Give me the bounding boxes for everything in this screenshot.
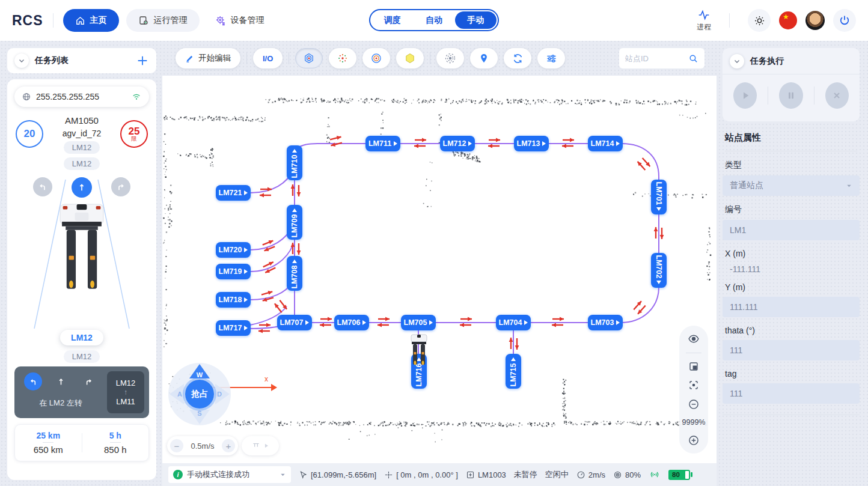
seize-control-button[interactable]: 抢占	[183, 377, 216, 411]
map-station-LM706[interactable]: LM706	[334, 315, 369, 330]
turn-left-button[interactable]	[33, 177, 52, 196]
layer-stations-button[interactable]	[295, 48, 323, 68]
pencil-icon	[185, 54, 194, 63]
map-station-LM703[interactable]: LM703	[588, 315, 623, 330]
layer-pointcloud-button[interactable]	[329, 48, 356, 68]
task-pause-button[interactable]	[779, 82, 802, 109]
speed-decrease-button[interactable]: −	[170, 439, 183, 452]
map-station-LM714[interactable]: LM714	[588, 136, 623, 151]
hexagon-node-icon	[303, 52, 315, 64]
speed-readout: 2m/s	[576, 470, 605, 479]
route-arrow-icon: ↑	[124, 388, 127, 396]
map-station-LM715[interactable]: LM715	[506, 354, 521, 389]
nav-home[interactable]: 主页	[63, 9, 119, 32]
nav-home-label: 主页	[90, 15, 107, 26]
power-button[interactable]	[833, 9, 856, 32]
process-button[interactable]: 进程	[697, 9, 711, 32]
tab-auto[interactable]: 自动	[413, 11, 454, 29]
tag-input[interactable]: 111	[723, 383, 860, 404]
map-robot-icon[interactable]	[411, 334, 427, 368]
map-station-LM720[interactable]: LM720	[216, 242, 251, 258]
station-arrow-icon	[362, 320, 366, 325]
task-start-button[interactable]	[733, 82, 757, 109]
map-station-LM719[interactable]: LM719	[216, 264, 251, 279]
minimap-button[interactable]	[688, 361, 699, 372]
nav-devices[interactable]: 设备管理	[203, 9, 277, 32]
battery-icon: 80	[668, 470, 690, 480]
add-task-button[interactable]	[136, 54, 149, 67]
code-input[interactable]: LM1	[723, 220, 860, 240]
map-station-LM709[interactable]: LM709	[287, 205, 302, 240]
station-search-input[interactable]	[625, 54, 685, 63]
speed-increase-button[interactable]: +	[222, 439, 235, 452]
layer-target-button[interactable]	[362, 48, 390, 68]
waveform-icon	[697, 9, 711, 21]
type-value: 普通站点	[730, 180, 763, 191]
tab-manual[interactable]: 手动	[455, 11, 497, 29]
map-station-LM717[interactable]: LM717	[216, 320, 251, 336]
robot-pose: [ 0m , 0m , 0.00° ]	[384, 470, 458, 479]
locate-target-icon	[613, 470, 622, 479]
map-station-LM707[interactable]: LM707	[277, 315, 312, 330]
tab-dispatch[interactable]: 调度	[371, 11, 413, 29]
odometer-total: 650 km	[34, 445, 63, 455]
current-station: LM1003	[466, 470, 506, 479]
map-station-LM713[interactable]: LM713	[514, 136, 549, 151]
route-box: LM12 ↑ LM11	[107, 371, 144, 413]
map-station-LM702[interactable]: LM702	[651, 253, 667, 288]
station-arrow-icon	[244, 269, 248, 274]
center-focus-button[interactable]	[688, 380, 699, 390]
refresh-button[interactable]	[504, 48, 531, 68]
refresh-icon	[512, 53, 524, 64]
fork-action-button[interactable]	[242, 436, 279, 455]
visibility-button[interactable]	[688, 333, 700, 345]
nav-turn-right-icon	[79, 372, 97, 390]
nav-operation[interactable]: 运行管理	[126, 9, 200, 32]
pause-state: 未暂停	[514, 469, 537, 480]
task-exec-card: 任务执行	[723, 48, 860, 121]
map-station-LM710[interactable]: LM710	[287, 145, 302, 180]
theta-input[interactable]: 111	[723, 340, 860, 360]
nav-straight-icon	[52, 372, 70, 390]
station-tag: LM12	[64, 141, 100, 154]
lidar-button[interactable]	[436, 48, 464, 68]
zoom-in-button[interactable]	[688, 434, 700, 446]
navigation-panel: 在 LM2 左转 LM12 ↑ LM11	[14, 366, 149, 418]
filter-sliders-button[interactable]	[537, 48, 565, 68]
gauge-icon	[576, 470, 585, 479]
vehicle-ip-row[interactable]: 255.255.255.255	[14, 87, 149, 107]
search-icon[interactable]	[688, 53, 698, 64]
map-station-LM705[interactable]: LM705	[401, 315, 436, 330]
map-station-LM712[interactable]: LM712	[440, 136, 475, 151]
collapse-task-exec-button[interactable]	[730, 54, 744, 68]
map-canvas[interactable]: LM710LM711LM712LM713LM714LM721LM709LM720…	[162, 76, 717, 463]
go-straight-button[interactable]	[72, 177, 92, 198]
turn-right-button[interactable]	[111, 177, 130, 196]
language-flag-button[interactable]: ★	[779, 11, 797, 29]
zoom-out-button[interactable]	[688, 398, 700, 410]
collapse-task-list-button[interactable]	[14, 53, 29, 68]
map-station-LM718[interactable]: LM718	[216, 292, 251, 308]
locate-pin-button[interactable]	[470, 48, 498, 68]
status-message-select[interactable]: i 手动模式连接成功	[168, 466, 291, 483]
zoom-level: 9999%	[682, 418, 706, 427]
power-icon	[839, 14, 851, 26]
station-props-title: 站点属性	[725, 132, 857, 151]
layer-zone-button[interactable]	[396, 48, 424, 68]
mode-switcher: 调度 自动 手动	[369, 9, 499, 31]
map-station-LM721[interactable]: LM721	[216, 185, 251, 201]
route-to: LM11	[116, 397, 135, 406]
y-input[interactable]: 111.111	[723, 297, 860, 317]
station-arrow-icon	[394, 141, 397, 146]
map-station-LM704[interactable]: LM704	[496, 315, 531, 330]
map-station-LM708[interactable]: LM708	[287, 256, 302, 291]
task-cancel-button[interactable]	[825, 82, 849, 109]
map-station-LM701[interactable]: LM701	[651, 180, 667, 214]
theme-toggle[interactable]	[748, 9, 771, 32]
sliders-icon	[546, 53, 557, 64]
start-edit-button[interactable]: 开始编辑	[176, 48, 240, 68]
io-button[interactable]: I/O	[253, 48, 283, 68]
map-station-LM711[interactable]: LM711	[365, 136, 400, 151]
user-avatar[interactable]	[805, 11, 825, 30]
type-select[interactable]: 普通站点	[723, 175, 860, 196]
